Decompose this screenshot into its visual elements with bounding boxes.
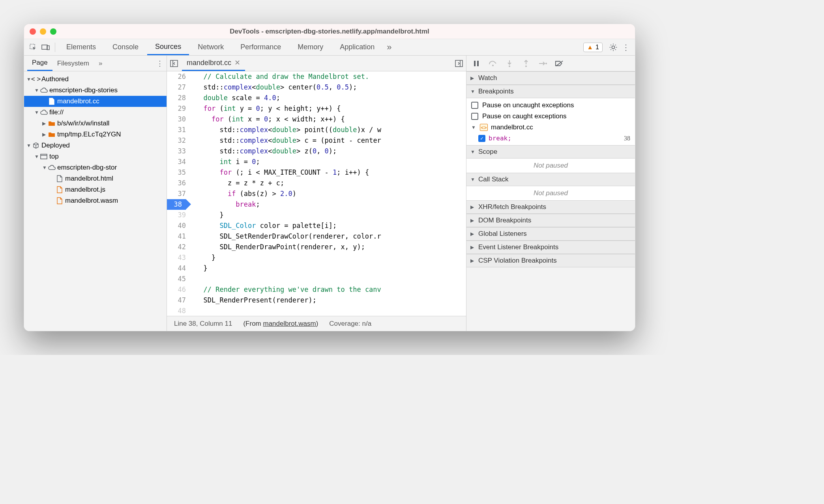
- section-global[interactable]: ▶Global Listeners: [466, 227, 635, 241]
- svg-point-13: [525, 65, 527, 67]
- step-into-icon[interactable]: [505, 59, 514, 68]
- tree-label: mandelbrot.cc: [57, 97, 99, 105]
- file-wasm-icon: [56, 197, 64, 204]
- tree-label: mandelbrot.wasm: [65, 197, 118, 205]
- step-icon[interactable]: [538, 59, 547, 68]
- code-brackets-icon: < >: [32, 75, 40, 83]
- svg-rect-10: [477, 61, 479, 66]
- warning-count: 1: [596, 44, 599, 51]
- pause-uncaught-row[interactable]: Pause on uncaught exceptions: [466, 100, 635, 111]
- tree-file-js[interactable]: mandelbrot.js: [24, 184, 167, 195]
- warnings-badge[interactable]: ▲ 1: [583, 43, 603, 52]
- svg-rect-1: [42, 45, 47, 49]
- sidebar-kebab-icon[interactable]: ⋮: [156, 59, 163, 68]
- tab-sources[interactable]: Sources: [147, 39, 189, 55]
- tab-memory[interactable]: Memory: [290, 39, 331, 55]
- section-label: Event Listener Breakpoints: [478, 243, 558, 251]
- tree-file-scheme[interactable]: ▼file://: [24, 107, 167, 118]
- svg-point-14: [545, 63, 547, 64]
- tree-label: emscripten-dbg-stor: [57, 164, 117, 172]
- section-callstack[interactable]: ▼Call Stack: [466, 173, 635, 186]
- tree-cloud-authored[interactable]: ▼emscripten-dbg-stories: [24, 85, 167, 96]
- tree-label: tmp/tmp.ELcTq2YGN: [57, 131, 121, 138]
- section-xhr[interactable]: ▶XHR/fetch Breakpoints: [466, 200, 635, 214]
- code-text[interactable]: // Calculate and draw the Mandelbrot set…: [190, 71, 466, 316]
- checkbox-breakpoint[interactable]: ✓: [478, 135, 485, 142]
- tree-folder-tmp[interactable]: ▶tmp/tmp.ELcTq2YGN: [24, 129, 167, 140]
- breakpoints-body: Pause on uncaught exceptions Pause on ca…: [466, 98, 635, 145]
- tree-cloud-deployed[interactable]: ▼emscripten-dbg-stor: [24, 162, 167, 173]
- toggle-debugger-icon[interactable]: [455, 60, 463, 67]
- editor-tab-label: mandelbrot.cc: [187, 59, 231, 67]
- close-window-button[interactable]: [30, 28, 36, 35]
- minimize-window-button[interactable]: [40, 28, 46, 35]
- warning-icon: ▲: [587, 44, 593, 51]
- step-over-icon[interactable]: [489, 59, 497, 68]
- cursor-position: Line 38, Column 11: [174, 320, 232, 328]
- tree-deployed[interactable]: ▼Deployed: [24, 140, 167, 151]
- checkbox-label: Pause on uncaught exceptions: [482, 101, 574, 109]
- inspect-element-icon[interactable]: [27, 41, 39, 53]
- pause-caught-row[interactable]: Pause on caught exceptions: [466, 111, 635, 122]
- scope-not-paused: Not paused: [466, 159, 635, 173]
- section-label: Call Stack: [478, 175, 509, 183]
- tab-network[interactable]: Network: [190, 39, 232, 55]
- tab-elements[interactable]: Elements: [58, 39, 104, 55]
- coverage-status: Coverage: n/a: [329, 320, 371, 328]
- zoom-window-button[interactable]: [50, 28, 56, 35]
- tab-application[interactable]: Application: [332, 39, 382, 55]
- kebab-menu-icon[interactable]: ⋮: [620, 41, 632, 53]
- tree-label: file://: [49, 108, 64, 116]
- tree-label: Deployed: [41, 142, 70, 149]
- breakpoint-file-label: mandelbrot.cc: [491, 123, 533, 131]
- tree-top[interactable]: ▼top: [24, 151, 167, 162]
- tab-performance[interactable]: Performance: [232, 39, 289, 55]
- sidebar-more-tabs-icon[interactable]: »: [94, 56, 107, 71]
- source-badge-icon: <>: [480, 124, 488, 131]
- deactivate-breakpoints-icon[interactable]: [555, 59, 564, 68]
- debugger-panel: ▶Watch ▼Breakpoints Pause on uncaught ex…: [466, 56, 635, 331]
- section-label: Scope: [478, 148, 497, 156]
- tree-authored[interactable]: ▼< >Authored: [24, 74, 167, 85]
- source-editor: mandelbrot.cc ✕ 262728293031323334353637…: [167, 56, 466, 331]
- section-event[interactable]: ▶Event Listener Breakpoints: [466, 241, 635, 254]
- file-icon: [48, 98, 56, 105]
- folder-icon: [48, 121, 56, 126]
- cloud-icon: [48, 165, 56, 170]
- svg-rect-9: [474, 61, 476, 66]
- toggle-navigator-icon[interactable]: [170, 60, 178, 67]
- tree-file-html[interactable]: mandelbrot.html: [24, 173, 167, 184]
- breakpoint-file-row[interactable]: ▼<>mandelbrot.cc: [466, 122, 635, 133]
- tab-console[interactable]: Console: [105, 39, 146, 55]
- line-gutter[interactable]: 2627282930313233343536373839404142434445…: [167, 71, 190, 316]
- svg-point-11: [492, 65, 494, 66]
- editor-tab-mandelbrot[interactable]: mandelbrot.cc ✕: [182, 56, 245, 71]
- section-dom[interactable]: ▶DOM Breakpoints: [466, 214, 635, 227]
- section-csp[interactable]: ▶CSP Violation Breakpoints: [466, 254, 635, 267]
- source-from-link[interactable]: mandelbrot.wasm: [263, 320, 316, 327]
- checkbox-uncaught[interactable]: [471, 102, 478, 109]
- source-from: (From mandelbrot.wasm): [243, 320, 318, 328]
- cloud-icon: [40, 88, 48, 93]
- section-scope[interactable]: ▼Scope: [466, 145, 635, 159]
- more-tabs-icon[interactable]: »: [383, 41, 395, 53]
- close-tab-icon[interactable]: ✕: [234, 58, 240, 67]
- sidebar-tab-filesystem[interactable]: Filesystem: [52, 56, 94, 71]
- breakpoint-row[interactable]: ✓break;38: [466, 133, 635, 144]
- tree-file-mandelbrot-cc[interactable]: mandelbrot.cc: [24, 96, 167, 107]
- main-tab-bar: Elements Console Sources Network Perform…: [24, 39, 635, 56]
- step-out-icon[interactable]: [522, 59, 530, 68]
- code-view[interactable]: 2627282930313233343536373839404142434445…: [167, 71, 466, 316]
- sidebar-tab-page[interactable]: Page: [27, 56, 52, 71]
- section-breakpoints[interactable]: ▼Breakpoints: [466, 85, 635, 98]
- settings-icon[interactable]: [607, 41, 619, 53]
- pause-icon[interactable]: [472, 59, 481, 68]
- device-toolbar-icon[interactable]: [40, 41, 52, 53]
- breakpoint-line: 38: [624, 135, 630, 142]
- breakpoint-marker[interactable]: 38: [167, 199, 186, 210]
- checkbox-caught[interactable]: [471, 113, 478, 120]
- section-watch[interactable]: ▶Watch: [466, 71, 635, 85]
- tree-file-wasm[interactable]: mandelbrot.wasm: [24, 195, 167, 206]
- window-title: DevTools - emscripten-dbg-stories.netlif…: [230, 28, 429, 35]
- tree-folder-install[interactable]: ▶b/s/w/ir/x/w/install: [24, 118, 167, 129]
